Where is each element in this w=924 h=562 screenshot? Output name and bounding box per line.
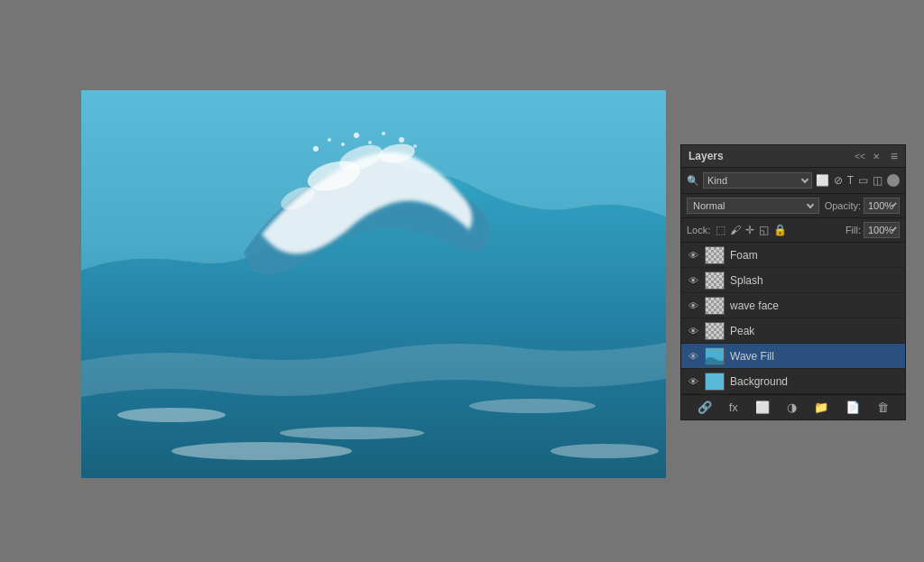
panel-header-icons: << ✕ ≡ — [855, 149, 898, 163]
link-layers-icon[interactable]: 🔗 — [698, 401, 712, 414]
blend-mode-dropdown[interactable]: Normal — [687, 198, 819, 214]
visibility-icon[interactable]: 👁 — [687, 250, 699, 261]
layer-row[interactable]: 👁 Peak — [681, 318, 905, 344]
layer-row-selected[interactable]: 👁 Wave Fill — [681, 344, 905, 369]
smartobj-filter-icon[interactable]: ◫ — [873, 174, 882, 187]
layer-thumbnail — [705, 322, 725, 340]
lock-all-icon[interactable]: 🔒 — [773, 224, 787, 236]
fill-group: Fill: 100% — [845, 222, 900, 238]
fill-input[interactable]: 100% — [864, 222, 900, 238]
layer-row[interactable]: 👁 wave face — [681, 293, 905, 318]
svg-point-11 — [328, 138, 331, 142]
fill-label: Fill: — [845, 225, 861, 235]
kind-filter-dropdown[interactable]: Kind — [703, 172, 812, 189]
layer-name: Peak — [730, 325, 900, 337]
svg-point-5 — [117, 408, 226, 422]
visibility-icon[interactable]: 👁 — [687, 275, 699, 286]
layer-thumbnail — [705, 347, 725, 365]
layer-thumbnail — [705, 297, 725, 315]
svg-point-16 — [399, 137, 404, 143]
layer-name: Background — [730, 375, 900, 388]
lock-label: Lock: — [687, 225, 710, 235]
layer-name: wave face — [730, 299, 900, 312]
svg-point-9 — [550, 444, 659, 458]
wave-svg — [81, 90, 666, 478]
circle-filter-icon[interactable] — [887, 174, 900, 187]
layers-panel: Layers << ✕ ≡ 🔍 Kind ⬜ ⊘ T ▭ ◫ Normal Op… — [680, 144, 906, 420]
svg-point-14 — [368, 141, 372, 144]
lock-image-icon[interactable]: 🖌 — [730, 224, 741, 236]
panel-title: Layers — [688, 150, 724, 162]
collapse-button[interactable]: << — [855, 152, 865, 161]
opacity-label: Opacity: — [825, 200, 861, 211]
svg-point-7 — [469, 399, 596, 413]
svg-point-13 — [354, 133, 359, 138]
layer-thumbnail — [705, 373, 725, 391]
filter-bar: 🔍 Kind ⬜ ⊘ T ▭ ◫ — [681, 168, 905, 194]
panel-footer: 🔗 fx ⬜ ◑ 📁 📄 🗑 — [681, 394, 905, 419]
new-layer-icon[interactable]: 📄 — [845, 401, 860, 414]
opacity-input[interactable]: 100% — [864, 198, 900, 214]
close-button[interactable]: ✕ — [873, 152, 880, 161]
layer-name: Foam — [730, 249, 900, 262]
fx-icon[interactable]: fx — [729, 401, 738, 414]
shape-filter-icon[interactable]: ▭ — [858, 174, 868, 187]
visibility-icon[interactable]: 👁 — [687, 351, 699, 362]
wave-image — [81, 90, 666, 478]
layer-thumbnail — [705, 272, 725, 290]
layer-name: Wave Fill — [730, 350, 900, 363]
lock-pixels-icon[interactable]: ⬚ — [716, 224, 725, 236]
filter-type-icons: ⬜ ⊘ T ▭ ◫ — [816, 174, 900, 187]
adjustment-icon[interactable]: ◑ — [787, 401, 797, 414]
lock-bar: Lock: ⬚ 🖌 ✛ ◱ 🔒 Fill: 100% — [681, 218, 905, 243]
mask-icon[interactable]: ⬜ — [755, 401, 770, 414]
layers-list: 👁 Foam 👁 Splash 👁 wave face 👁 Peak 👁 — [681, 243, 905, 394]
search-icon: 🔍 — [687, 175, 699, 187]
svg-point-15 — [382, 132, 385, 135]
layer-thumbnail — [705, 246, 725, 264]
type-filter-icon[interactable]: T — [847, 174, 854, 187]
group-icon[interactable]: 📁 — [814, 401, 828, 414]
layer-row[interactable]: 👁 Background — [681, 369, 905, 394]
layer-row[interactable]: 👁 Foam — [681, 243, 905, 268]
visibility-icon[interactable]: 👁 — [687, 376, 699, 387]
panel-header: Layers << ✕ ≡ — [681, 145, 905, 168]
layer-name: Splash — [730, 274, 900, 287]
svg-point-17 — [413, 144, 417, 148]
visibility-icon[interactable]: 👁 — [687, 300, 699, 311]
opacity-group: Opacity: 100% — [825, 198, 900, 214]
chevron-down-icon — [800, 176, 808, 183]
mode-bar: Normal Opacity: 100% — [681, 194, 905, 218]
adjustment-filter-icon[interactable]: ⊘ — [834, 174, 843, 187]
delete-layer-icon[interactable]: 🗑 — [877, 401, 889, 414]
svg-point-8 — [171, 442, 352, 460]
visibility-icon[interactable]: 👁 — [687, 326, 699, 336]
pixel-filter-icon[interactable]: ⬜ — [816, 174, 829, 187]
lock-icons: ⬚ 🖌 ✛ ◱ 🔒 — [716, 224, 840, 236]
lock-artboard-icon[interactable]: ◱ — [759, 224, 769, 236]
svg-point-12 — [341, 143, 345, 146]
svg-point-10 — [313, 146, 319, 152]
svg-point-6 — [280, 427, 424, 439]
lock-position-icon[interactable]: ✛ — [745, 224, 754, 236]
chevron-down-icon — [806, 201, 813, 208]
panel-menu-button[interactable]: ≡ — [891, 149, 898, 163]
layer-row[interactable]: 👁 Splash — [681, 268, 905, 293]
canvas-area — [81, 90, 666, 478]
